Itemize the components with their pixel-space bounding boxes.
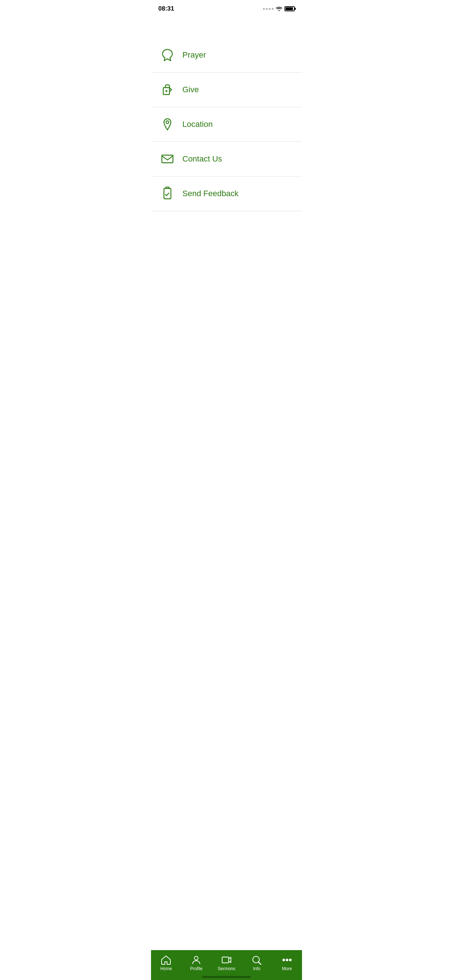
prayer-label: Prayer (182, 50, 206, 60)
menu-item-give[interactable]: Give (151, 73, 302, 107)
svg-rect-5 (164, 188, 171, 199)
menu-item-prayer[interactable]: Prayer (151, 38, 302, 73)
svg-rect-4 (162, 155, 173, 163)
give-label: Give (182, 85, 199, 94)
give-icon (158, 81, 177, 99)
status-icons (263, 6, 295, 11)
menu-item-send-feedback[interactable]: Send Feedback (151, 177, 302, 211)
svg-point-3 (166, 121, 169, 124)
status-time: 08:31 (158, 5, 174, 13)
menu-item-contact-us[interactable]: Contact Us (151, 142, 302, 177)
signal-dots-icon (263, 8, 274, 10)
main-content: Prayer Give Location (151, 16, 302, 211)
status-bar: 08:31 (151, 0, 302, 16)
contact-icon (158, 150, 177, 168)
location-label: Location (182, 119, 213, 129)
feedback-icon (158, 185, 177, 203)
wifi-icon (276, 6, 282, 11)
menu-item-location[interactable]: Location (151, 107, 302, 142)
feedback-label: Send Feedback (182, 189, 239, 198)
contact-label: Contact Us (182, 154, 222, 164)
location-icon (158, 115, 177, 134)
prayer-icon (158, 46, 177, 64)
battery-icon (284, 6, 295, 11)
